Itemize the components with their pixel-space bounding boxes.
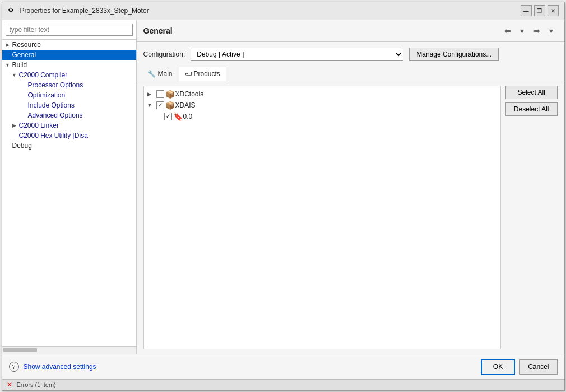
chevron-down-icon: ▾ [520, 26, 524, 35]
products-tab-icon: 🏷 [185, 70, 192, 78]
sidebar-item-optimization[interactable]: Optimization [2, 90, 136, 100]
list-item[interactable]: ▶ 📦 XDCtools [146, 88, 498, 100]
expand-icon [20, 112, 27, 119]
xdais-checkbox[interactable] [156, 101, 164, 109]
expand-icon [20, 92, 27, 99]
sidebar-item-c2000-hex[interactable]: C2000 Hex Utility [Disa [2, 130, 136, 141]
sidebar-item-label: Processor Options [28, 81, 83, 89]
sidebar-item-label: C2000 Hex Utility [Disa [19, 132, 88, 139]
list-item[interactable]: 🔖 0.0 [146, 111, 498, 122]
sidebar-item-c2000-compiler[interactable]: ▼ C2000 Compiler [2, 70, 136, 80]
tabs-row: 🔧 Main 🏷 Products [137, 67, 564, 81]
status-bar: ✕ Errors (1 item) [2, 379, 564, 390]
sidebar-item-label: Resource [12, 41, 41, 49]
sidebar-item-general[interactable]: General [2, 50, 136, 60]
right-header: General ⬅ ▾ ➡ ▾ [137, 20, 564, 42]
sidebar-item-debug[interactable]: Debug [2, 141, 136, 151]
expand-icon [11, 132, 18, 139]
expand-icon [4, 142, 11, 149]
sidebar-item-label: Optimization [28, 91, 66, 99]
xdais-00-checkbox[interactable] [164, 113, 172, 120]
sidebar-item-label: C2000 Compiler [19, 71, 68, 79]
expand-icon [4, 52, 11, 58]
package-icon: 📦 [165, 101, 174, 110]
config-row: Configuration: Debug [ Active ] Manage C… [137, 42, 564, 67]
forward-button[interactable]: ➡ [531, 25, 543, 37]
right-panel: General ⬅ ▾ ➡ ▾ [137, 20, 564, 354]
tab-main-label: Main [158, 70, 173, 78]
expand-icon: ▶ [4, 41, 11, 48]
forward-icon: ➡ [533, 26, 540, 35]
expand-icon [155, 113, 163, 120]
products-tree-panel: ▶ 📦 XDCtools ▼ 📦 XDAIS [143, 86, 501, 349]
xdais-00-label: 0.0 [183, 113, 193, 120]
sidebar-item-label: C2000 Linker [19, 122, 59, 129]
expand-icon: ▶ [147, 90, 155, 98]
xdctools-checkbox[interactable] [156, 90, 164, 98]
expand-icon [20, 102, 27, 109]
error-icon: ✕ [7, 381, 12, 389]
dialog-icon: ⚙ [8, 6, 17, 15]
config-label: Configuration: [143, 50, 185, 58]
sidebar-item-label: Include Options [28, 101, 75, 109]
xdctools-label: XDCtools [175, 90, 204, 98]
sidebar-item-label: General [12, 51, 36, 59]
expand-icon: ▶ [11, 122, 18, 129]
sidebar-item-build[interactable]: ▼ Build [2, 60, 136, 70]
chevron-down-icon: ▾ [549, 26, 553, 35]
main-tab-icon: 🔧 [147, 70, 156, 78]
sidebar-item-label: Debug [12, 142, 32, 150]
tree-container: ▶ Resource General ▼ Build ▼ C2000 Compi… [2, 40, 136, 346]
dialog-body: ▶ Resource General ▼ Build ▼ C2000 Compi… [2, 20, 564, 354]
sidebar-item-label: Advanced Options [28, 111, 83, 119]
scroll-thumb[interactable] [3, 348, 37, 352]
restore-button[interactable]: ❐ [534, 5, 545, 16]
close-button[interactable]: ✕ [548, 5, 559, 16]
cancel-button[interactable]: Cancel [519, 359, 557, 375]
tab-main[interactable]: 🔧 Main [141, 67, 179, 81]
bottom-bar: ? Show advanced settings OK Cancel [2, 354, 564, 379]
sidebar-item-include-options[interactable]: Include Options [2, 100, 136, 110]
forward-dropdown-button[interactable]: ▾ [545, 25, 558, 37]
sidebar-item-c2000-linker[interactable]: ▶ C2000 Linker [2, 120, 136, 130]
tab-products-label: Products [194, 70, 220, 78]
horizontal-scrollbar[interactable] [2, 346, 136, 354]
config-select[interactable]: Debug [ Active ] [191, 48, 403, 61]
expand-icon: ▼ [147, 101, 155, 109]
ok-button[interactable]: OK [481, 359, 515, 375]
show-advanced-link[interactable]: Show advanced settings [24, 363, 96, 371]
filter-input-wrap [2, 20, 136, 40]
side-buttons: Select All Deselect All [505, 86, 558, 349]
dialog-title: Properties for Example_2833x_Step_Motor [20, 7, 149, 15]
expand-icon: ▼ [11, 72, 18, 78]
deselect-all-button[interactable]: Deselect All [505, 102, 558, 116]
help-button[interactable]: ? [9, 362, 19, 372]
back-icon: ⬅ [504, 26, 511, 35]
left-panel: ▶ Resource General ▼ Build ▼ C2000 Compi… [2, 20, 137, 354]
properties-dialog: ⚙ Properties for Example_2833x_Step_Moto… [2, 2, 565, 391]
xdais-label: XDAIS [175, 101, 196, 109]
version-icon: 🔖 [173, 112, 182, 121]
title-bar: ⚙ Properties for Example_2833x_Step_Moto… [2, 2, 564, 20]
tab-products[interactable]: 🏷 Products [179, 67, 226, 81]
back-button[interactable]: ⬅ [502, 25, 514, 37]
sidebar-item-label: Build [12, 61, 27, 69]
sidebar-item-resource[interactable]: ▶ Resource [2, 40, 136, 50]
back-dropdown-button[interactable]: ▾ [516, 25, 528, 37]
status-text: Errors (1 item) [17, 381, 56, 388]
select-all-button[interactable]: Select All [505, 86, 558, 99]
minimize-button[interactable]: — [521, 5, 532, 16]
expand-icon [20, 82, 27, 88]
sidebar-item-processor-options[interactable]: Processor Options [2, 80, 136, 90]
package-icon: 📦 [165, 90, 174, 99]
expand-icon: ▼ [4, 62, 11, 68]
filter-input[interactable] [6, 24, 133, 36]
content-area: ▶ 📦 XDCtools ▼ 📦 XDAIS [137, 81, 564, 354]
sidebar-item-advanced-options[interactable]: Advanced Options [2, 110, 136, 120]
page-title: General [143, 26, 173, 35]
manage-configurations-button[interactable]: Manage Configurations... [409, 48, 499, 61]
list-item[interactable]: ▼ 📦 XDAIS [146, 100, 498, 111]
